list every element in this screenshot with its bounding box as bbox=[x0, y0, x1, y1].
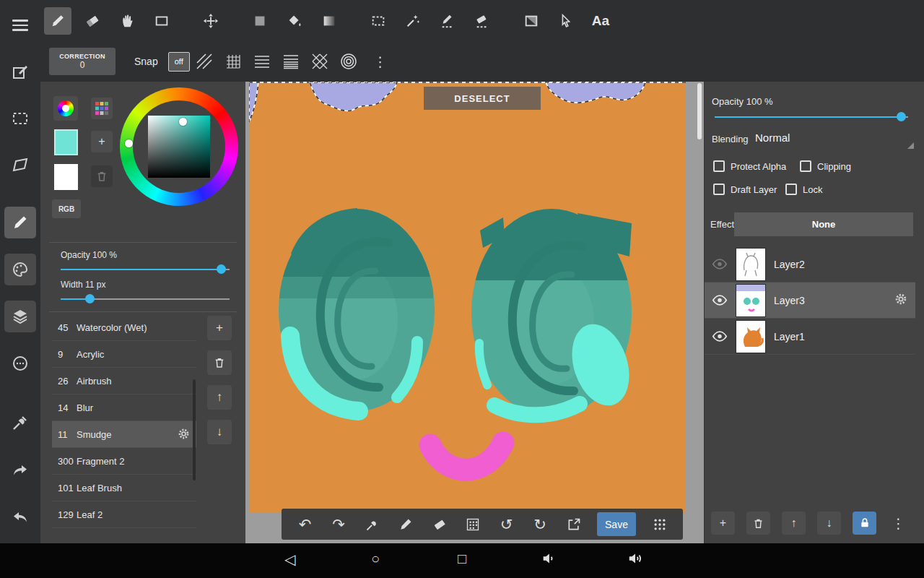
brush-panel-button[interactable] bbox=[4, 207, 36, 238]
color-wheel-mode-button[interactable] bbox=[53, 96, 78, 121]
canvas-scrollbar[interactable] bbox=[697, 83, 702, 139]
snap-radial-button[interactable] bbox=[336, 48, 362, 74]
home-button[interactable]: ○ bbox=[365, 551, 385, 567]
transparent-color-swatch[interactable] bbox=[54, 164, 78, 190]
fill-rect-tool-button[interactable] bbox=[246, 7, 274, 35]
sv-selector-dot[interactable] bbox=[179, 118, 187, 126]
snap-vanishing-button[interactable] bbox=[278, 48, 304, 74]
layer-up-button[interactable]: ↑ bbox=[782, 512, 806, 535]
undo-button[interactable]: ↶ bbox=[295, 516, 315, 533]
hand-tool-button[interactable] bbox=[113, 7, 141, 35]
layer-row[interactable]: Layer1 bbox=[705, 319, 915, 355]
volume-down-button[interactable] bbox=[539, 551, 559, 570]
eyedropper-button[interactable] bbox=[362, 517, 383, 532]
delete-layer-button[interactable] bbox=[746, 512, 770, 535]
clipping-checkbox[interactable] bbox=[800, 160, 811, 172]
brush-opacity-slider[interactable] bbox=[61, 264, 230, 275]
menu-button[interactable] bbox=[4, 9, 36, 41]
select-pen-tool-button[interactable] bbox=[434, 7, 461, 35]
add-layer-button[interactable]: + bbox=[711, 512, 735, 535]
text-tool-button[interactable]: Aa bbox=[587, 7, 614, 35]
protect-alpha-checkbox[interactable] bbox=[713, 160, 725, 172]
brush-move-down-button[interactable]: ↓ bbox=[207, 420, 232, 444]
brush-item[interactable]: 26 Airbrush bbox=[52, 368, 196, 394]
drawing-canvas[interactable] bbox=[249, 82, 686, 513]
eyedropper-button[interactable] bbox=[4, 407, 36, 439]
saturation-value-square[interactable] bbox=[148, 116, 210, 178]
visibility-toggle[interactable] bbox=[710, 259, 729, 269]
deselect-button[interactable]: DESELECT bbox=[424, 87, 541, 110]
redo-button[interactable]: ↷ bbox=[328, 516, 349, 533]
slider-knob[interactable] bbox=[85, 294, 95, 303]
brush-item[interactable]: 14 Blur bbox=[52, 394, 196, 421]
volume-up-button[interactable] bbox=[625, 551, 645, 570]
recents-button[interactable]: □ bbox=[452, 551, 472, 567]
pen-button[interactable] bbox=[396, 517, 416, 532]
rotate-ccw-button[interactable]: ↺ bbox=[497, 516, 517, 533]
save-button[interactable]: Save bbox=[597, 512, 636, 536]
brush-width-slider[interactable] bbox=[61, 294, 230, 304]
back-button[interactable]: ◁ bbox=[280, 551, 300, 568]
select-rect-tool-button[interactable] bbox=[365, 7, 392, 35]
snap-more-button[interactable]: ⋮ bbox=[372, 53, 389, 70]
layer-row[interactable]: Layer2 bbox=[705, 246, 915, 282]
visibility-toggle[interactable] bbox=[710, 331, 729, 342]
layers-panel-button[interactable] bbox=[4, 301, 36, 332]
snap-cross-button[interactable] bbox=[307, 48, 333, 74]
rect-tool-button[interactable] bbox=[148, 7, 175, 35]
snap-horizontal-button[interactable] bbox=[249, 48, 275, 74]
add-brush-button[interactable]: + bbox=[207, 316, 232, 340]
redo-button[interactable] bbox=[4, 454, 36, 486]
brush-item[interactable]: 101 Leaf Brush bbox=[52, 475, 196, 501]
export-button[interactable] bbox=[564, 517, 584, 532]
transform-button[interactable] bbox=[4, 149, 36, 181]
lock-checkbox[interactable] bbox=[785, 184, 797, 195]
rotate-cw-button[interactable]: ↻ bbox=[530, 516, 550, 533]
gradient-tool-button[interactable] bbox=[315, 7, 343, 35]
brush-move-up-button[interactable]: ↑ bbox=[207, 385, 232, 410]
brush-settings-button[interactable] bbox=[177, 427, 191, 443]
layer-lock-button[interactable] bbox=[853, 512, 876, 535]
visibility-toggle[interactable] bbox=[710, 295, 729, 306]
undo-button[interactable] bbox=[4, 501, 36, 533]
divide-tool-button[interactable] bbox=[518, 7, 545, 35]
new-canvas-button[interactable] bbox=[4, 56, 36, 88]
snap-parallel-button[interactable] bbox=[191, 48, 217, 74]
screentone-button[interactable] bbox=[463, 517, 483, 532]
snap-grid-button[interactable] bbox=[220, 48, 246, 74]
snap-off-toggle[interactable]: off bbox=[168, 52, 190, 72]
brush-item[interactable]: 45 Watercolor (Wet) bbox=[52, 314, 196, 341]
brush-item[interactable]: 129 Leaf 2 bbox=[52, 501, 196, 528]
layer-down-button[interactable]: ↓ bbox=[817, 512, 841, 535]
select-eraser-tool-button[interactable] bbox=[468, 7, 496, 35]
slider-knob[interactable] bbox=[897, 112, 906, 121]
brush-item[interactable]: 300 Fragment 2 bbox=[52, 448, 196, 475]
draft-layer-checkbox[interactable] bbox=[713, 184, 725, 195]
eraser-button[interactable] bbox=[430, 517, 450, 532]
brush-list-scrollbar[interactable] bbox=[193, 379, 196, 480]
slider-knob[interactable] bbox=[217, 264, 226, 274]
layer-opacity-slider[interactable] bbox=[715, 112, 908, 122]
grid-menu-button[interactable] bbox=[650, 517, 670, 532]
palette-grid-button[interactable] bbox=[91, 98, 113, 119]
add-color-button[interactable]: + bbox=[91, 131, 113, 152]
layer-row-selected[interactable]: Layer3 bbox=[705, 282, 915, 319]
brush-tool-button[interactable] bbox=[44, 7, 71, 35]
move-tool-button[interactable] bbox=[197, 7, 225, 35]
material-button[interactable] bbox=[4, 348, 36, 379]
blending-dropdown[interactable]: Normal bbox=[755, 131, 790, 144]
pointer-tool-button[interactable] bbox=[552, 7, 580, 35]
delete-brush-button[interactable] bbox=[207, 350, 232, 375]
palette-panel-button[interactable] bbox=[4, 254, 36, 285]
layer-more-button[interactable]: ⋮ bbox=[886, 512, 910, 535]
select-panel-button[interactable] bbox=[4, 103, 36, 134]
bucket-tool-button[interactable] bbox=[281, 7, 308, 35]
brush-item-selected[interactable]: 11 Smudge bbox=[52, 421, 196, 448]
brush-item[interactable]: 9 Acrylic bbox=[52, 341, 196, 368]
current-color-swatch[interactable] bbox=[54, 129, 78, 155]
correction-button[interactable]: CORRECTION 0 bbox=[49, 48, 116, 75]
delete-color-button[interactable] bbox=[91, 165, 113, 187]
magic-wand-tool-button[interactable] bbox=[399, 7, 427, 35]
layer-settings-button[interactable] bbox=[894, 292, 908, 309]
hue-selector-dot[interactable] bbox=[125, 139, 133, 147]
